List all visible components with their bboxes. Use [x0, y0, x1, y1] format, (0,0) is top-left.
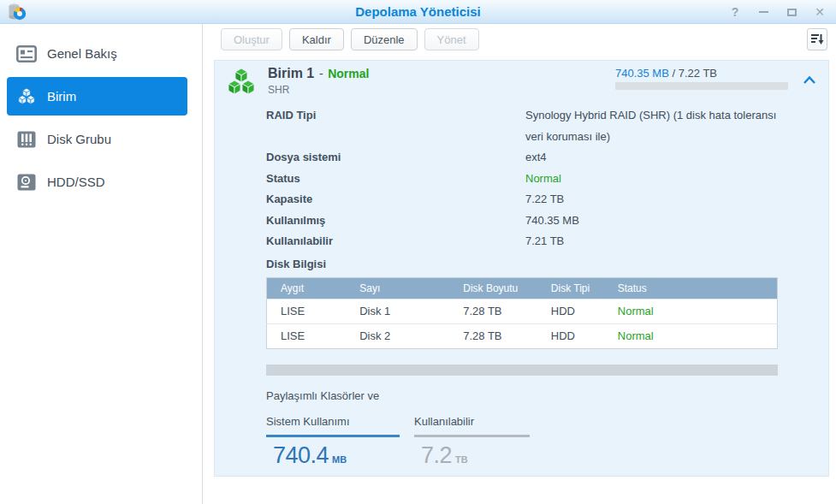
detail-label: Status — [266, 169, 525, 190]
cell-device: LISE — [267, 323, 360, 348]
cell-size: 7.28 TB — [463, 299, 551, 323]
volume-cubes-icon — [15, 87, 38, 106]
cell-device: LISE — [267, 299, 360, 323]
detail-row-kapasite: Kapasite 7.22 TB — [266, 189, 828, 210]
volume-usage-text: 740.35 MB / 7.22 TB — [615, 67, 717, 80]
volume-raid-type-label: SHR — [268, 84, 289, 96]
collapse-chevron-icon[interactable] — [803, 74, 818, 86]
sort-button[interactable] — [807, 28, 827, 50]
manage-button[interactable]: Yönet — [424, 28, 479, 50]
tab-underline — [414, 435, 530, 437]
cell-size: 7.28 TB — [463, 323, 551, 348]
titlebar: Depolama Yöneticisi ? ✕ — [0, 0, 836, 24]
used-space-number: 740.4 — [273, 442, 329, 469]
toolbar: Oluştur Kaldır Düzenle Yönet — [203, 24, 836, 53]
help-icon[interactable]: ? — [729, 5, 741, 19]
sidebar-item-label: Birim — [47, 89, 76, 104]
detail-value: ext4 — [525, 147, 791, 169]
volume-total-value: 7.22 TB — [679, 67, 717, 80]
overview-icon — [15, 44, 38, 63]
detail-row-raid-tipi: RAID Tipi Synology Hybrid RAID (SHR) (1 … — [266, 105, 828, 147]
volume-cubes-green-icon — [226, 67, 257, 100]
column-header-sayi: Sayı — [359, 277, 463, 299]
tab-shared-folders-system-usage[interactable]: Paylaşımlı Klasörler ve Sistem Kullanımı — [266, 383, 400, 437]
volume-name: Birim 1 — [268, 66, 314, 80]
available-space-unit: TB — [455, 454, 468, 465]
volume-capacity-bar — [266, 365, 778, 376]
column-header-status: Status — [618, 277, 778, 299]
volume-panel: Birim 1 - Normal SHR 740.35 MB / 7.22 TB — [214, 60, 829, 477]
disk-table-header-row: Aygıt Sayı Disk Boyutu Disk Tipi Status — [267, 277, 778, 299]
tab-label: Paylaşımlı Klasörler ve Sistem Kullanımı — [266, 383, 396, 435]
used-space-unit: MB — [332, 454, 347, 465]
volume-title-separator: - — [319, 67, 323, 80]
close-icon[interactable]: ✕ — [814, 5, 826, 19]
sidebar-item-label: Disk Grubu — [47, 132, 111, 146]
detail-value: 7.22 TB — [525, 189, 791, 210]
detail-row-kullanilabilir: Kullanılabilir 7.21 TB — [266, 231, 828, 252]
sidebar-item-disk-grubu[interactable]: Disk Grubu — [7, 120, 187, 158]
disk-info-table: Aygıt Sayı Disk Boyutu Disk Tipi Status … — [266, 277, 778, 349]
cell-type: HDD — [551, 323, 618, 348]
detail-label: Kullanılabilir — [266, 231, 525, 252]
main-content: Oluştur Kaldır Düzenle Yönet — [203, 24, 836, 504]
sidebar-item-label: HDD/SSD — [47, 175, 105, 189]
detail-label: Kapasite — [266, 189, 525, 210]
disk-table-row: LISE Disk 1 7.28 TB HDD Normal — [267, 299, 778, 323]
sidebar-item-hdd-ssd[interactable]: HDD/SSD — [7, 163, 187, 201]
disk-group-icon — [15, 130, 38, 149]
create-button[interactable]: Oluştur — [221, 28, 282, 50]
cell-type: HDD — [551, 299, 618, 323]
tab-available[interactable]: Kullanılabilir — [414, 409, 530, 437]
detail-value: 7.21 TB — [525, 231, 791, 252]
detail-row-status: Status Normal — [266, 169, 828, 190]
detail-row-dosya-sistemi: Dosya sistemi ext4 — [266, 147, 828, 169]
available-space-number: 7.2 — [421, 442, 452, 469]
cell-number: Disk 2 — [359, 323, 463, 348]
volume-header: Birim 1 - Normal SHR 740.35 MB / 7.22 TB — [215, 61, 828, 98]
storage-manager-window: Depolama Yöneticisi ? ✕ Genel Bakış — [0, 0, 836, 504]
volume-used-value: 740.35 MB — [615, 67, 669, 80]
detail-value: Synology Hybrid RAID (SHR) (1 disk hata … — [525, 105, 791, 147]
available-space-value: 7.2 TB — [414, 442, 530, 469]
volume-status-badge: Normal — [328, 67, 369, 80]
column-header-aygit: Aygıt — [267, 277, 360, 299]
column-header-disk-tipi: Disk Tipi — [551, 277, 618, 299]
sort-descending-icon — [810, 33, 824, 45]
cell-status: Normal — [618, 299, 778, 323]
volume-usage-bar — [615, 82, 788, 90]
detail-label: RAID Tipi — [266, 105, 525, 147]
usage-tabs: Paylaşımlı Klasörler ve Sistem Kullanımı… — [266, 383, 828, 437]
usage-divider: / — [673, 67, 676, 80]
window-title: Depolama Yöneticisi — [0, 4, 836, 19]
hdd-icon — [15, 173, 38, 192]
cell-number: Disk 1 — [359, 299, 463, 323]
disk-table-row: LISE Disk 2 7.28 TB HDD Normal — [267, 323, 778, 348]
tab-active-underline — [266, 435, 400, 437]
maximize-icon[interactable] — [786, 5, 797, 19]
volume-title: Birim 1 - Normal — [268, 66, 369, 81]
cell-status: Normal — [618, 323, 778, 348]
tab-label: Kullanılabilir — [414, 409, 530, 435]
sidebar-item-genel-bakis[interactable]: Genel Bakış — [7, 34, 187, 73]
column-header-disk-boyutu: Disk Boyutu — [463, 277, 551, 299]
detail-label: Dosya sistemi — [266, 147, 525, 169]
edit-button[interactable]: Düzenle — [351, 28, 418, 50]
remove-button[interactable]: Kaldır — [289, 28, 344, 50]
sidebar: Genel Bakış B — [0, 24, 203, 504]
usage-values: 740.4 MB 7.2 TB — [266, 442, 828, 469]
detail-row-kullanilmis: Kullanılmış 740.35 MB — [266, 210, 828, 232]
disk-info-title: Disk Bilgisi — [266, 258, 828, 273]
window-controls: ? ✕ — [729, 0, 826, 24]
sidebar-item-birim[interactable]: Birim — [7, 77, 187, 116]
detail-value: 740.35 MB — [525, 210, 791, 232]
detail-value-status: Normal — [525, 169, 791, 190]
detail-label: Kullanılmış — [266, 210, 525, 232]
sidebar-item-label: Genel Bakış — [47, 46, 117, 61]
volume-details: RAID Tipi Synology Hybrid RAID (SHR) (1 … — [266, 105, 828, 252]
minimize-icon[interactable] — [757, 5, 769, 19]
used-space-value: 740.4 MB — [266, 442, 400, 469]
